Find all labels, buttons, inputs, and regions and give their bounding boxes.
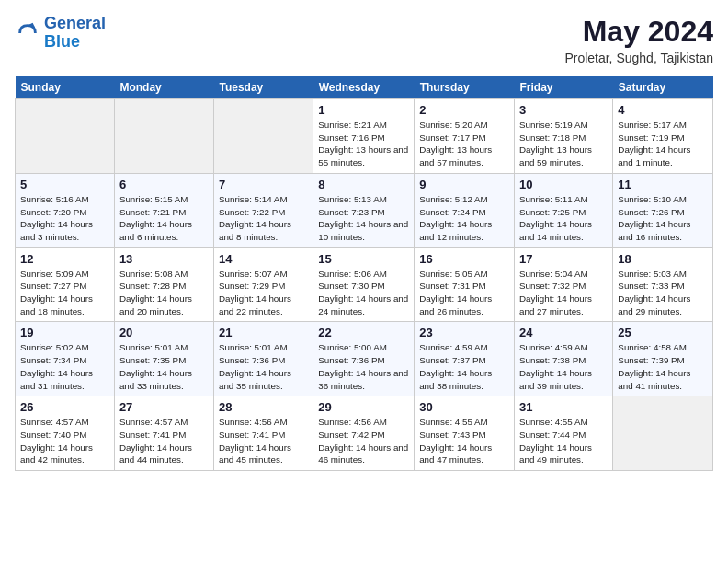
- day-number: 28: [219, 400, 308, 414]
- day-number: 15: [318, 252, 409, 266]
- day-info: Sunrise: 4:58 AMSunset: 7:39 PMDaylight:…: [618, 341, 708, 392]
- day-number: 21: [219, 326, 308, 339]
- calendar-cell: 27Sunrise: 4:57 AMSunset: 7:41 PMDayligh…: [114, 396, 213, 471]
- day-number: 2: [419, 103, 509, 117]
- day-info: Sunrise: 5:17 AMSunset: 7:19 PMDaylight:…: [618, 119, 708, 169]
- day-number: 22: [318, 326, 409, 339]
- dow-header-saturday: Saturday: [613, 76, 713, 99]
- logo-icon: [15, 20, 40, 46]
- calendar-cell: 6Sunrise: 5:15 AMSunset: 7:21 PMDaylight…: [114, 173, 213, 247]
- day-info: Sunrise: 5:12 AMSunset: 7:24 PMDaylight:…: [419, 193, 509, 244]
- title-block: May 2024 Proletar, Sughd, Tajikistan: [564, 15, 713, 65]
- day-info: Sunrise: 5:20 AMSunset: 7:17 PMDaylight:…: [419, 119, 509, 169]
- dow-header-friday: Friday: [515, 76, 613, 99]
- calendar-cell: 19Sunrise: 5:02 AMSunset: 7:34 PMDayligh…: [16, 322, 115, 396]
- calendar-table: SundayMondayTuesdayWednesdayThursdayFrid…: [15, 76, 713, 471]
- day-number: 3: [519, 103, 608, 117]
- day-info: Sunrise: 5:01 AMSunset: 7:35 PMDaylight:…: [119, 341, 209, 392]
- calendar-cell: 3Sunrise: 5:19 AMSunset: 7:18 PMDaylight…: [515, 99, 613, 174]
- day-info: Sunrise: 5:02 AMSunset: 7:34 PMDaylight:…: [20, 341, 109, 392]
- calendar-cell: 22Sunrise: 5:00 AMSunset: 7:36 PMDayligh…: [313, 322, 415, 396]
- calendar-cell: 25Sunrise: 4:58 AMSunset: 7:39 PMDayligh…: [613, 322, 713, 396]
- calendar-cell: 9Sunrise: 5:12 AMSunset: 7:24 PMDaylight…: [415, 173, 515, 247]
- day-number: 31: [519, 400, 608, 414]
- dow-header-wednesday: Wednesday: [313, 76, 415, 99]
- day-number: 4: [618, 103, 708, 117]
- page-header: General Blue May 2024 Proletar, Sughd, T…: [15, 15, 713, 65]
- calendar-cell: 18Sunrise: 5:03 AMSunset: 7:33 PMDayligh…: [613, 247, 713, 322]
- day-number: 17: [519, 252, 608, 266]
- calendar-cell: [213, 99, 313, 174]
- calendar-cell: [16, 99, 115, 174]
- calendar-cell: 8Sunrise: 5:13 AMSunset: 7:23 PMDaylight…: [313, 173, 415, 247]
- day-info: Sunrise: 5:11 AMSunset: 7:25 PMDaylight:…: [519, 193, 608, 244]
- day-info: Sunrise: 5:06 AMSunset: 7:30 PMDaylight:…: [318, 268, 409, 318]
- calendar-cell: 4Sunrise: 5:17 AMSunset: 7:19 PMDaylight…: [613, 99, 713, 174]
- calendar-cell: 28Sunrise: 4:56 AMSunset: 7:41 PMDayligh…: [213, 396, 313, 471]
- calendar-cell: 20Sunrise: 5:01 AMSunset: 7:35 PMDayligh…: [114, 322, 213, 396]
- day-number: 12: [20, 252, 109, 266]
- dow-header-monday: Monday: [114, 76, 213, 99]
- calendar-cell: [114, 99, 213, 174]
- day-number: 1: [318, 103, 409, 117]
- day-info: Sunrise: 5:07 AMSunset: 7:29 PMDaylight:…: [219, 268, 308, 318]
- day-info: Sunrise: 5:19 AMSunset: 7:18 PMDaylight:…: [519, 119, 608, 169]
- calendar-cell: 26Sunrise: 4:57 AMSunset: 7:40 PMDayligh…: [16, 396, 115, 471]
- day-number: 18: [618, 252, 708, 266]
- day-info: Sunrise: 5:05 AMSunset: 7:31 PMDaylight:…: [419, 268, 509, 318]
- day-info: Sunrise: 5:14 AMSunset: 7:22 PMDaylight:…: [219, 193, 308, 244]
- day-info: Sunrise: 5:03 AMSunset: 7:33 PMDaylight:…: [618, 268, 708, 318]
- calendar-cell: 24Sunrise: 4:59 AMSunset: 7:38 PMDayligh…: [515, 322, 613, 396]
- day-number: 11: [618, 178, 708, 191]
- calendar-cell: 1Sunrise: 5:21 AMSunset: 7:16 PMDaylight…: [313, 99, 415, 174]
- logo-text: General Blue: [44, 15, 106, 52]
- calendar-cell: 2Sunrise: 5:20 AMSunset: 7:17 PMDaylight…: [415, 99, 515, 174]
- day-info: Sunrise: 5:04 AMSunset: 7:32 PMDaylight:…: [519, 268, 608, 318]
- day-info: Sunrise: 5:00 AMSunset: 7:36 PMDaylight:…: [318, 341, 409, 392]
- calendar-cell: 29Sunrise: 4:56 AMSunset: 7:42 PMDayligh…: [313, 396, 415, 471]
- calendar-cell: 13Sunrise: 5:08 AMSunset: 7:28 PMDayligh…: [114, 247, 213, 322]
- calendar-cell: [613, 396, 713, 471]
- day-info: Sunrise: 5:09 AMSunset: 7:27 PMDaylight:…: [20, 268, 109, 318]
- day-info: Sunrise: 4:55 AMSunset: 7:44 PMDaylight:…: [519, 416, 608, 466]
- day-number: 14: [219, 252, 308, 266]
- day-info: Sunrise: 4:56 AMSunset: 7:42 PMDaylight:…: [318, 416, 409, 466]
- calendar-cell: 30Sunrise: 4:55 AMSunset: 7:43 PMDayligh…: [415, 396, 515, 471]
- day-number: 26: [20, 400, 109, 414]
- calendar-cell: 16Sunrise: 5:05 AMSunset: 7:31 PMDayligh…: [415, 247, 515, 322]
- day-number: 29: [318, 400, 409, 414]
- calendar-cell: 15Sunrise: 5:06 AMSunset: 7:30 PMDayligh…: [313, 247, 415, 322]
- day-info: Sunrise: 5:10 AMSunset: 7:26 PMDaylight:…: [618, 193, 708, 244]
- location: Proletar, Sughd, Tajikistan: [564, 51, 713, 65]
- month-year: May 2024: [564, 15, 713, 49]
- day-info: Sunrise: 5:01 AMSunset: 7:36 PMDaylight:…: [219, 341, 308, 392]
- calendar-cell: 21Sunrise: 5:01 AMSunset: 7:36 PMDayligh…: [213, 322, 313, 396]
- day-info: Sunrise: 4:59 AMSunset: 7:37 PMDaylight:…: [419, 341, 509, 392]
- day-number: 6: [119, 178, 209, 191]
- day-number: 9: [419, 178, 509, 191]
- day-number: 8: [318, 178, 409, 191]
- day-number: 10: [519, 178, 608, 191]
- calendar-cell: 23Sunrise: 4:59 AMSunset: 7:37 PMDayligh…: [415, 322, 515, 396]
- calendar-cell: 17Sunrise: 5:04 AMSunset: 7:32 PMDayligh…: [515, 247, 613, 322]
- day-info: Sunrise: 5:08 AMSunset: 7:28 PMDaylight:…: [119, 268, 209, 318]
- day-info: Sunrise: 4:59 AMSunset: 7:38 PMDaylight:…: [519, 341, 608, 392]
- dow-header-tuesday: Tuesday: [213, 76, 313, 99]
- day-number: 24: [519, 326, 608, 339]
- day-info: Sunrise: 4:57 AMSunset: 7:40 PMDaylight:…: [20, 416, 109, 466]
- day-info: Sunrise: 4:55 AMSunset: 7:43 PMDaylight:…: [419, 416, 509, 466]
- day-info: Sunrise: 5:13 AMSunset: 7:23 PMDaylight:…: [318, 193, 409, 244]
- calendar-cell: 11Sunrise: 5:10 AMSunset: 7:26 PMDayligh…: [613, 173, 713, 247]
- day-info: Sunrise: 5:16 AMSunset: 7:20 PMDaylight:…: [20, 193, 109, 244]
- day-number: 25: [618, 326, 708, 339]
- calendar-cell: 10Sunrise: 5:11 AMSunset: 7:25 PMDayligh…: [515, 173, 613, 247]
- day-info: Sunrise: 4:57 AMSunset: 7:41 PMDaylight:…: [119, 416, 209, 466]
- day-info: Sunrise: 4:56 AMSunset: 7:41 PMDaylight:…: [219, 416, 308, 466]
- calendar-cell: 14Sunrise: 5:07 AMSunset: 7:29 PMDayligh…: [213, 247, 313, 322]
- day-info: Sunrise: 5:15 AMSunset: 7:21 PMDaylight:…: [119, 193, 209, 244]
- calendar-cell: 7Sunrise: 5:14 AMSunset: 7:22 PMDaylight…: [213, 173, 313, 247]
- day-number: 30: [419, 400, 509, 414]
- day-number: 20: [119, 326, 209, 339]
- day-info: Sunrise: 5:21 AMSunset: 7:16 PMDaylight:…: [318, 119, 409, 169]
- dow-header-sunday: Sunday: [16, 76, 115, 99]
